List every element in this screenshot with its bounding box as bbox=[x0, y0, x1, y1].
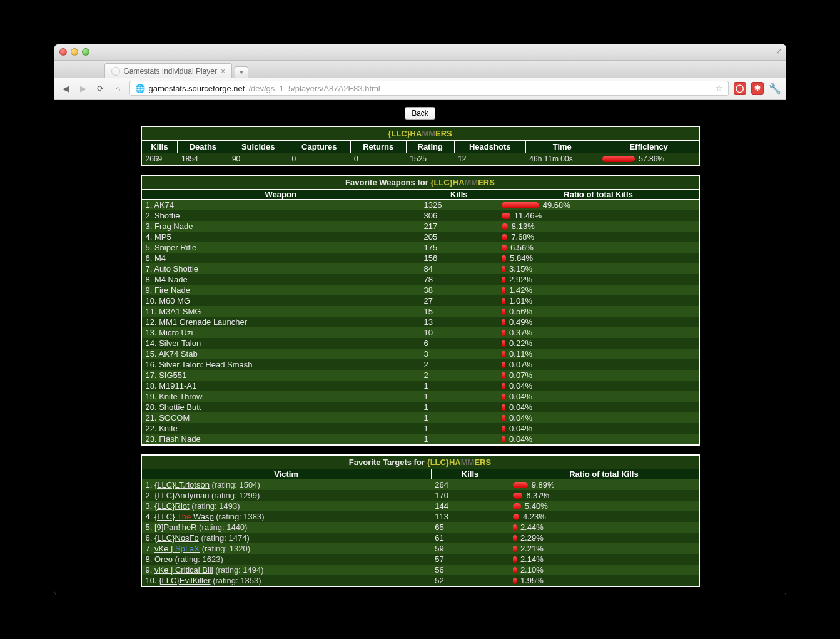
stats-value: 57.86% bbox=[599, 153, 698, 165]
weapon-ratio: 0.04% bbox=[498, 412, 698, 423]
victim-link[interactable]: {LLC}NosFo bbox=[154, 533, 199, 543]
weapon-kills: 156 bbox=[420, 253, 498, 263]
victim-ratio: 9.89% bbox=[509, 479, 699, 490]
victim-link[interactable]: {LLC}LT.riotson bbox=[154, 480, 210, 489]
weapon-ratio: 0.04% bbox=[498, 391, 698, 402]
player-summary-panel: {LLC}HAMMERS KillsDeathsSuicidesCaptures… bbox=[141, 126, 700, 166]
bookmark-star-icon[interactable]: ☆ bbox=[715, 83, 723, 94]
weapon-kills: 15 bbox=[420, 306, 498, 317]
stats-header: Rating bbox=[406, 140, 454, 153]
favorite-targets-panel: Favorite Targets for {LLC}HAMMERS Victim… bbox=[141, 454, 700, 587]
home-icon[interactable]: ⌂ bbox=[112, 82, 124, 95]
weapon-kills: 1326 bbox=[420, 199, 498, 210]
victim-link[interactable]: vKe | SpLaX bbox=[154, 544, 200, 553]
victim-ratio: 1.95% bbox=[509, 575, 699, 586]
victim-rating: (rating: 1474) bbox=[199, 533, 250, 543]
table-row: 20. Shottie Butt10.04% bbox=[142, 402, 699, 412]
page-viewport[interactable]: Back {LLC}HAMMERS KillsDeathsSuicidesCap… bbox=[54, 100, 786, 595]
weapon-name: 3. Frag Nade bbox=[142, 221, 420, 232]
new-tab-button[interactable]: ▾ bbox=[235, 66, 248, 78]
extension-icon-2[interactable]: ✱ bbox=[751, 82, 764, 95]
browser-tab[interactable]: Gamestats Individual Player × bbox=[104, 63, 232, 78]
weapon-name: 22. Knife bbox=[142, 423, 420, 434]
victim-link[interactable]: {LLC}Riot bbox=[154, 501, 190, 511]
stats-value: 90 bbox=[228, 153, 288, 165]
weapon-kills: 1 bbox=[420, 423, 498, 434]
table-row: 22. Knife10.04% bbox=[142, 423, 699, 434]
victim-link[interactable]: vKe | Critical Bill bbox=[154, 565, 213, 575]
weapon-ratio: 0.04% bbox=[498, 434, 698, 444]
weapon-ratio: 1.01% bbox=[498, 295, 698, 306]
zoom-icon[interactable] bbox=[82, 48, 89, 56]
close-icon[interactable] bbox=[59, 48, 67, 56]
reload-icon[interactable]: ⟳ bbox=[94, 82, 107, 95]
stats-header: Time bbox=[525, 140, 599, 153]
table-row: 4. {LLC} The Wasp (rating: 1383)1134.23% bbox=[142, 511, 699, 522]
fullscreen-icon[interactable]: ⤢ bbox=[776, 46, 782, 56]
victim-kills: 59 bbox=[431, 543, 509, 554]
victim-link[interactable]: {LLC}EvilKiller bbox=[159, 576, 210, 585]
settings-wrench-icon[interactable]: 🔧 bbox=[769, 82, 781, 95]
weapon-name: 7. Auto Shottie bbox=[142, 263, 420, 274]
victim-rating: (rating: 1299) bbox=[209, 491, 260, 500]
victim-rating: (rating: 1353) bbox=[211, 576, 261, 585]
column-header: Victim bbox=[142, 469, 432, 479]
victim-cell: 6. {LLC}NosFo (rating: 1474) bbox=[142, 533, 432, 543]
victim-link[interactable]: {LLC} The Wasp bbox=[154, 512, 214, 521]
back-button[interactable]: Back bbox=[405, 107, 435, 120]
stats-value: 1525 bbox=[406, 153, 454, 165]
weapon-name: 21. SOCOM bbox=[142, 412, 420, 423]
weapon-name: 13. Micro Uzi bbox=[142, 327, 420, 338]
victim-ratio: 2.10% bbox=[509, 565, 699, 575]
weapon-name: 17. SIG551 bbox=[142, 370, 420, 381]
stats-value: 46h 11m 00s bbox=[525, 153, 599, 165]
stats-value: 1854 bbox=[178, 153, 228, 165]
victim-kills: 113 bbox=[431, 511, 509, 522]
weapon-name: 10. M60 MG bbox=[142, 295, 420, 306]
player-name-title: {LLC}HAMMERS bbox=[142, 127, 699, 141]
tab-close-icon[interactable]: × bbox=[221, 67, 225, 76]
weapon-kills: 1 bbox=[420, 412, 498, 423]
table-row: 6. {LLC}NosFo (rating: 1474)612.29% bbox=[142, 533, 699, 543]
weapon-ratio: 0.22% bbox=[498, 338, 698, 349]
victim-rating: (rating: 1383) bbox=[214, 512, 265, 521]
victim-link[interactable]: Oreo bbox=[154, 555, 173, 564]
table-row: 2. Shottie30611.46% bbox=[142, 210, 699, 221]
weapon-name: 11. M3A1 SMG bbox=[142, 306, 420, 317]
minimize-icon[interactable] bbox=[71, 48, 78, 56]
table-row: 19. Knife Throw10.04% bbox=[142, 391, 699, 402]
column-header: Ratio of total Kills bbox=[509, 469, 699, 479]
stats-header: Kills bbox=[142, 140, 178, 153]
table-row: 5. [9]Pan!'heR (rating: 1440)652.44% bbox=[142, 522, 699, 533]
back-icon[interactable]: ◀ bbox=[59, 82, 72, 95]
weapon-ratio: 5.84% bbox=[498, 253, 698, 263]
victim-cell: 2. {LLC}Andyman (rating: 1299) bbox=[142, 490, 432, 501]
weapon-ratio: 2.92% bbox=[498, 274, 698, 285]
stats-value: 12 bbox=[454, 153, 525, 165]
table-row: 12. MM1 Grenade Launcher130.49% bbox=[142, 317, 699, 327]
table-row: 14. Silver Talon60.22% bbox=[142, 338, 699, 349]
table-row: 2. {LLC}Andyman (rating: 1299)1706.37% bbox=[142, 490, 699, 501]
weapon-ratio: 1.42% bbox=[498, 285, 698, 295]
victim-kills: 170 bbox=[431, 490, 509, 501]
victim-rating: (rating: 1493) bbox=[190, 501, 240, 511]
victim-rating: (rating: 1504) bbox=[210, 480, 260, 489]
weapons-title: Favorite Weapons for {LLC}HAMMERS bbox=[142, 176, 699, 190]
table-row: 9. Fire Nade381.42% bbox=[142, 285, 699, 295]
weapon-kills: 2 bbox=[420, 359, 498, 370]
address-bar[interactable]: 🌐 gamestats.sourceforge.net/dev/gs_1_5/p… bbox=[129, 81, 729, 96]
victim-link[interactable]: {LLC}Andyman bbox=[154, 491, 209, 500]
victim-ratio: 6.37% bbox=[509, 490, 699, 501]
window-titlebar: ⤢ bbox=[54, 44, 786, 61]
table-row: 7. vKe | SpLaX (rating: 1320)592.21% bbox=[142, 543, 699, 554]
globe-icon: 🌐 bbox=[135, 84, 145, 93]
weapon-name: 12. MM1 Grenade Launcher bbox=[142, 317, 420, 327]
weapon-name: 14. Silver Talon bbox=[142, 338, 420, 349]
weapon-name: 4. MP5 bbox=[142, 232, 420, 242]
extension-icon-1[interactable]: ◯ bbox=[734, 82, 746, 95]
weapon-kills: 205 bbox=[420, 232, 498, 242]
browser-toolbar: ◀ ▶ ⟳ ⌂ 🌐 gamestats.sourceforge.net/dev/… bbox=[54, 78, 786, 100]
stats-value: 2669 bbox=[142, 153, 178, 165]
victim-link[interactable]: [9]Pan!'heR bbox=[154, 523, 197, 532]
victim-ratio: 2.21% bbox=[509, 543, 699, 554]
